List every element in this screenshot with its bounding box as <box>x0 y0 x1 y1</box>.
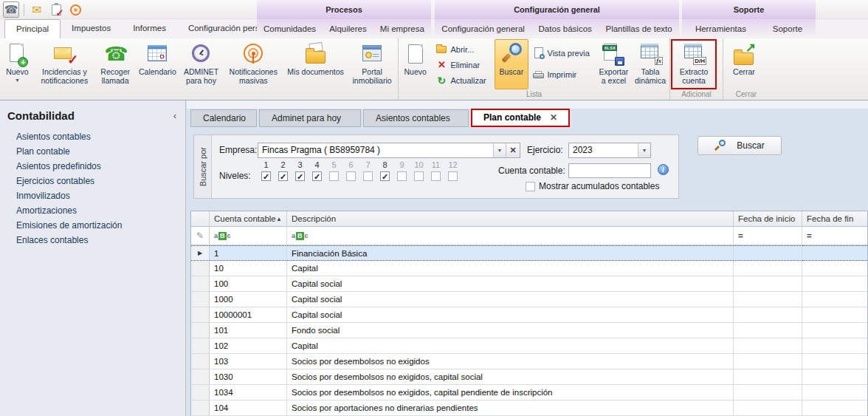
column-header-fecha-inicio[interactable]: Fecha de inicio <box>734 211 802 227</box>
ribbon-tab-impuestos[interactable]: Impuestos <box>61 19 122 38</box>
dropdown-arrow-icon[interactable]: ▼ <box>638 143 650 157</box>
checkbox[interactable] <box>397 171 407 181</box>
adminet-para-hoy-button[interactable]: ADMINET para hoy <box>179 39 222 89</box>
filter-fecha-inicio-cell[interactable]: = <box>734 227 802 245</box>
ribbon-tab-herramientas[interactable]: Herramientas <box>689 20 752 38</box>
nivel-9[interactable]: 9 <box>393 160 410 183</box>
extracto-cuenta-button[interactable]: D/H Extracto cuenta <box>671 39 717 89</box>
nuevo-button[interactable]: + Nuevo▼ <box>1 39 34 89</box>
table-row[interactable]: ▶ 1 Financiación Básica <box>191 245 867 261</box>
table-row[interactable]: 1000 Capital social <box>191 292 867 307</box>
filter-descripcion-cell[interactable]: aBc <box>287 227 734 245</box>
info-icon[interactable]: i <box>658 164 669 175</box>
table-row[interactable]: 1034 Socios por desembolsos no exigidos,… <box>191 385 867 400</box>
mail-icon[interactable]: ✉ <box>29 1 45 18</box>
mis-documentos-button[interactable]: Mis documentos <box>284 39 347 89</box>
checkbox[interactable]: ✓ <box>312 171 322 181</box>
dropdown-arrow-icon[interactable]: ▼ <box>493 143 506 157</box>
checkbox[interactable] <box>526 182 535 191</box>
cerrar-button[interactable]: ↗ Cerrar <box>724 39 764 89</box>
nivel-4[interactable]: 4✓ <box>309 160 326 182</box>
checkbox[interactable]: ✓ <box>380 171 390 181</box>
nivel-11[interactable]: 11 <box>427 160 444 183</box>
tabla-dinamica-button[interactable]: fx Tabla dinámica <box>632 39 669 89</box>
table-row[interactable]: 10 Capital <box>191 261 867 276</box>
ribbon-tab-datos-basicos[interactable]: Datos básicos <box>533 20 598 38</box>
empresa-combo[interactable]: Fincas Pragma ( B58959784 ) ▼ ✕ <box>258 143 520 158</box>
sidebar-item-asientos-predefinidos[interactable]: Asientos predefinidos <box>0 159 185 174</box>
checkbox[interactable]: ✓ <box>295 171 305 181</box>
checkbox[interactable] <box>448 171 458 181</box>
table-row[interactable]: 103 Socios por desembolsos no exigidos <box>191 354 867 369</box>
eliminar-button[interactable]: ✕Eliminar <box>431 57 495 72</box>
column-header-fecha-fin[interactable]: Fecha de fin <box>802 211 868 227</box>
nivel-12[interactable]: 12 <box>444 160 461 183</box>
table-row[interactable]: 100 Capital social <box>191 276 867 292</box>
checkbox[interactable] <box>363 171 373 181</box>
actualizar-button[interactable]: ↻Actualizar <box>431 72 495 88</box>
portal-inmobiliario-button[interactable]: Portal inmobiliario <box>347 39 397 89</box>
nivel-7[interactable]: 7 <box>359 160 376 183</box>
ribbon-tab-configuracion-general[interactable]: Configuración general <box>435 20 531 38</box>
phone-icon[interactable]: ☎ <box>3 1 19 18</box>
checkbox[interactable] <box>329 171 339 181</box>
abrir-button[interactable]: Abrir... <box>431 41 495 57</box>
ribbon-tab-mi-empresa[interactable]: Mi empresa <box>374 20 430 38</box>
doc-tab-calendario[interactable]: Calendario <box>190 109 257 127</box>
sidebar-item-amortizaciones[interactable]: Amortizaciones <box>0 203 185 218</box>
ribbon-tab-alquileres[interactable]: Alquileres <box>323 20 373 38</box>
doc-tab-plan-contable[interactable]: Plan contable ✕ <box>471 109 570 127</box>
ribbon-tab-principal[interactable]: Principal <box>4 19 61 38</box>
table-row[interactable]: 1030 Socios por desembolsos no exigidos,… <box>191 369 867 385</box>
checkbox[interactable]: ✓ <box>261 171 271 181</box>
collapse-chevron-icon[interactable]: ‹ <box>173 110 176 121</box>
filter-cuenta-cell[interactable]: aBc <box>210 227 287 245</box>
checkbox[interactable] <box>431 171 441 181</box>
sidebar-item-plan-contable[interactable]: Plan contable <box>0 144 185 159</box>
checkbox[interactable]: ✓ <box>278 171 288 181</box>
close-tab-icon[interactable]: ✕ <box>550 109 557 126</box>
nuevo-lista-button[interactable]: Nuevo <box>399 39 431 89</box>
ribbon-tab-plantillas-texto[interactable]: Plantillas de texto <box>599 20 678 38</box>
table-row[interactable]: 10000001 Capital social <box>191 307 867 323</box>
notificaciones-masivas-button[interactable]: Notificaciones masivas <box>223 39 284 89</box>
cuenta-contable-input[interactable] <box>568 163 651 178</box>
ribbon-tab-comunidades[interactable]: Comunidades <box>258 20 322 38</box>
table-row[interactable]: 101 Fondo social <box>191 323 867 338</box>
column-header-descripcion[interactable]: Descripción <box>287 211 734 227</box>
filter-fecha-fin-cell[interactable]: = <box>802 227 868 245</box>
ribbon-tab-soporte[interactable]: Soporte <box>767 20 808 38</box>
tasks-check-icon[interactable]: ✓ <box>48 1 64 18</box>
nivel-3[interactable]: 3✓ <box>292 160 309 182</box>
ribbon-tab-informes[interactable]: Informes <box>122 19 177 38</box>
doc-tab-asientos-contables[interactable]: Asientos contables <box>363 109 469 127</box>
checkbox[interactable] <box>346 171 356 181</box>
sidebar-item-asientos-contables[interactable]: Asientos contables <box>0 129 185 144</box>
column-header-cuenta-contable[interactable]: Cuenta contable▲ <box>210 211 287 227</box>
imprimir-button[interactable]: Imprimir <box>528 67 596 82</box>
incidencias-button[interactable]: ✓ Incidencias y notificaciones <box>34 39 95 89</box>
mostrar-acumulados-checkbox[interactable]: Mostrar acumulados contables <box>526 181 659 191</box>
sidebar-item-enlaces-contables[interactable]: Enlaces contables <box>0 233 185 248</box>
nivel-10[interactable]: 10 <box>410 160 427 183</box>
ejercicio-combo[interactable]: 2023 ▼ <box>568 143 651 158</box>
table-row[interactable]: 102 Capital <box>191 338 867 354</box>
sidebar-item-inmovilizados[interactable]: Inmovilizados <box>0 188 185 203</box>
broadcast-icon[interactable] <box>67 1 83 18</box>
calendario-button[interactable]: Calendario <box>135 39 179 89</box>
checkbox[interactable] <box>414 171 424 181</box>
nivel-6[interactable]: 6 <box>342 160 359 183</box>
nivel-8[interactable]: 8✓ <box>376 160 393 182</box>
exportar-excel-button[interactable]: XLSX Exportar a excel <box>596 39 632 89</box>
nivel-1[interactable]: 1✓ <box>258 160 275 182</box>
recoger-llamada-button[interactable]: ☎ Recoger llamada <box>95 39 135 89</box>
sidebar-item-emisiones-amortizacion[interactable]: Emisiones de amortización <box>0 218 185 233</box>
buscar-ribbon-button[interactable]: Buscar <box>495 39 528 89</box>
clear-icon[interactable]: ✕ <box>506 143 520 157</box>
table-row[interactable]: 104 Socios por aportaciones no dineraria… <box>191 400 867 416</box>
nivel-5[interactable]: 5 <box>326 160 342 183</box>
doc-tab-adminet-para-hoy[interactable]: Adminet para hoy <box>259 109 361 127</box>
sidebar-item-ejercicios-contables[interactable]: Ejercicios contables <box>0 174 185 188</box>
vista-previa-button[interactable]: Vista previa <box>528 45 596 61</box>
nivel-2[interactable]: 2✓ <box>275 160 292 182</box>
